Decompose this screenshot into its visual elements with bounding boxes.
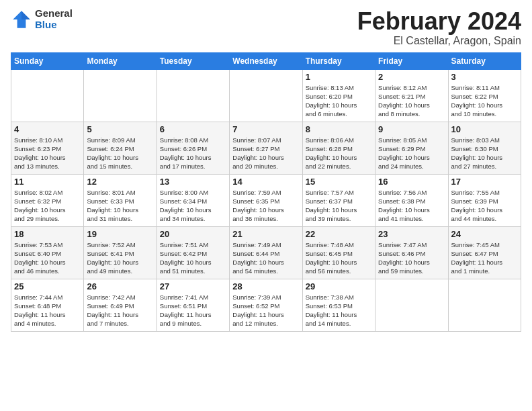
day-info: Sunrise: 7:38 AMSunset: 6:53 PMDaylight:… [306, 293, 372, 328]
day-info: Sunrise: 7:47 AMSunset: 6:46 PMDaylight:… [378, 240, 445, 276]
day-number: 11 [14, 177, 81, 187]
col-header-sunday: Sunday [11, 52, 84, 69]
header-row: SundayMondayTuesdayWednesdayThursdayFrid… [11, 52, 521, 69]
day-info: Sunrise: 8:08 AMSunset: 6:26 PMDaylight:… [160, 136, 226, 171]
day-number: 12 [87, 177, 153, 187]
day-cell [230, 69, 302, 122]
day-cell [448, 279, 521, 331]
day-number: 6 [160, 124, 226, 134]
week-row-4: 18Sunrise: 7:53 AMSunset: 6:40 PMDayligh… [11, 226, 521, 279]
week-row-1: 1Sunrise: 8:13 AMSunset: 6:20 PMDaylight… [11, 69, 521, 122]
day-cell: 5Sunrise: 8:09 AMSunset: 6:24 PMDaylight… [84, 122, 157, 174]
day-number: 5 [87, 124, 153, 134]
day-info: Sunrise: 7:48 AMSunset: 6:45 PMDaylight:… [306, 240, 372, 276]
day-info: Sunrise: 7:42 AMSunset: 6:49 PMDaylight:… [87, 293, 153, 328]
day-number: 13 [160, 177, 226, 187]
day-info: Sunrise: 8:05 AMSunset: 6:29 PMDaylight:… [378, 136, 445, 171]
day-number: 4 [14, 124, 81, 134]
day-number: 2 [378, 72, 445, 82]
day-info: Sunrise: 8:09 AMSunset: 6:24 PMDaylight:… [87, 136, 153, 171]
page: General Blue February 2024 El Castellar,… [0, 0, 532, 411]
header: General Blue February 2024 El Castellar,… [11, 8, 521, 47]
day-number: 22 [306, 229, 372, 239]
day-cell: 6Sunrise: 8:08 AMSunset: 6:26 PMDaylight… [157, 122, 229, 174]
day-cell: 20Sunrise: 7:51 AMSunset: 6:42 PMDayligh… [157, 226, 229, 279]
day-info: Sunrise: 8:12 AMSunset: 6:21 PMDaylight:… [378, 83, 445, 119]
day-number: 25 [14, 281, 81, 291]
day-cell: 21Sunrise: 7:49 AMSunset: 6:44 PMDayligh… [230, 226, 302, 279]
day-cell [375, 279, 448, 331]
day-info: Sunrise: 7:49 AMSunset: 6:44 PMDaylight:… [232, 240, 299, 276]
col-header-wednesday: Wednesday [230, 52, 302, 69]
day-number: 19 [87, 229, 153, 239]
logo-blue: Blue [35, 19, 73, 31]
day-info: Sunrise: 8:02 AMSunset: 6:32 PMDaylight:… [14, 188, 81, 224]
day-cell: 7Sunrise: 8:07 AMSunset: 6:27 PMDaylight… [230, 122, 302, 174]
day-number: 15 [306, 177, 372, 187]
day-cell: 14Sunrise: 7:59 AMSunset: 6:35 PMDayligh… [230, 174, 302, 226]
day-cell: 15Sunrise: 7:57 AMSunset: 6:37 PMDayligh… [302, 174, 375, 226]
day-number: 7 [232, 124, 299, 134]
day-info: Sunrise: 8:03 AMSunset: 6:30 PMDaylight:… [451, 136, 518, 171]
col-header-saturday: Saturday [448, 52, 521, 69]
day-number: 29 [306, 281, 372, 291]
day-number: 10 [451, 124, 518, 134]
calendar-title: February 2024 [357, 8, 521, 35]
day-number: 16 [378, 177, 445, 187]
week-row-5: 25Sunrise: 7:44 AMSunset: 6:48 PMDayligh… [11, 279, 521, 331]
col-header-friday: Friday [375, 52, 448, 69]
day-info: Sunrise: 7:57 AMSunset: 6:37 PMDaylight:… [306, 188, 372, 224]
title-block: February 2024 El Castellar, Aragon, Spai… [357, 8, 521, 47]
day-cell: 4Sunrise: 8:10 AMSunset: 6:23 PMDaylight… [11, 122, 84, 174]
day-number: 18 [14, 229, 81, 239]
day-cell: 12Sunrise: 8:01 AMSunset: 6:33 PMDayligh… [84, 174, 157, 226]
day-info: Sunrise: 7:55 AMSunset: 6:39 PMDaylight:… [451, 188, 518, 224]
day-number: 28 [232, 281, 299, 291]
day-cell: 28Sunrise: 7:39 AMSunset: 6:52 PMDayligh… [230, 279, 302, 331]
calendar-subtitle: El Castellar, Aragon, Spain [357, 35, 521, 47]
day-info: Sunrise: 7:56 AMSunset: 6:38 PMDaylight:… [378, 188, 445, 224]
day-number: 27 [160, 281, 226, 291]
day-info: Sunrise: 8:10 AMSunset: 6:23 PMDaylight:… [14, 136, 81, 171]
day-cell [84, 69, 157, 122]
day-cell: 27Sunrise: 7:41 AMSunset: 6:51 PMDayligh… [157, 279, 229, 331]
day-cell: 18Sunrise: 7:53 AMSunset: 6:40 PMDayligh… [11, 226, 84, 279]
logo-general: General [35, 8, 73, 19]
day-cell: 13Sunrise: 8:00 AMSunset: 6:34 PMDayligh… [157, 174, 229, 226]
day-info: Sunrise: 7:51 AMSunset: 6:42 PMDaylight:… [160, 240, 226, 276]
calendar-table: SundayMondayTuesdayWednesdayThursdayFrid… [11, 52, 521, 332]
day-cell: 17Sunrise: 7:55 AMSunset: 6:39 PMDayligh… [448, 174, 521, 226]
day-info: Sunrise: 8:11 AMSunset: 6:22 PMDaylight:… [451, 83, 518, 119]
day-number: 1 [306, 72, 372, 82]
day-cell: 23Sunrise: 7:47 AMSunset: 6:46 PMDayligh… [375, 226, 448, 279]
day-number: 20 [160, 229, 226, 239]
week-row-3: 11Sunrise: 8:02 AMSunset: 6:32 PMDayligh… [11, 174, 521, 226]
day-info: Sunrise: 7:52 AMSunset: 6:41 PMDaylight:… [87, 240, 153, 276]
logo: General Blue [11, 8, 73, 30]
day-info: Sunrise: 8:01 AMSunset: 6:33 PMDaylight:… [87, 188, 153, 224]
day-number: 21 [232, 229, 299, 239]
day-info: Sunrise: 7:41 AMSunset: 6:51 PMDaylight:… [160, 293, 226, 328]
day-info: Sunrise: 7:39 AMSunset: 6:52 PMDaylight:… [232, 293, 299, 328]
day-cell: 26Sunrise: 7:42 AMSunset: 6:49 PMDayligh… [84, 279, 157, 331]
day-cell [157, 69, 229, 122]
col-header-thursday: Thursday [302, 52, 375, 69]
day-number: 9 [378, 124, 445, 134]
day-info: Sunrise: 7:53 AMSunset: 6:40 PMDaylight:… [14, 240, 81, 276]
day-info: Sunrise: 7:45 AMSunset: 6:47 PMDaylight:… [451, 240, 518, 276]
week-row-2: 4Sunrise: 8:10 AMSunset: 6:23 PMDaylight… [11, 122, 521, 174]
day-info: Sunrise: 7:44 AMSunset: 6:48 PMDaylight:… [14, 293, 81, 328]
day-cell: 8Sunrise: 8:06 AMSunset: 6:28 PMDaylight… [302, 122, 375, 174]
day-number: 26 [87, 281, 153, 291]
day-cell: 9Sunrise: 8:05 AMSunset: 6:29 PMDaylight… [375, 122, 448, 174]
logo-icon [11, 9, 32, 30]
day-cell: 11Sunrise: 8:02 AMSunset: 6:32 PMDayligh… [11, 174, 84, 226]
day-info: Sunrise: 7:59 AMSunset: 6:35 PMDaylight:… [232, 188, 299, 224]
svg-marker-1 [21, 11, 30, 19]
day-cell: 16Sunrise: 7:56 AMSunset: 6:38 PMDayligh… [375, 174, 448, 226]
day-number: 14 [232, 177, 299, 187]
day-cell: 24Sunrise: 7:45 AMSunset: 6:47 PMDayligh… [448, 226, 521, 279]
day-cell: 19Sunrise: 7:52 AMSunset: 6:41 PMDayligh… [84, 226, 157, 279]
day-info: Sunrise: 8:06 AMSunset: 6:28 PMDaylight:… [306, 136, 372, 171]
day-number: 23 [378, 229, 445, 239]
